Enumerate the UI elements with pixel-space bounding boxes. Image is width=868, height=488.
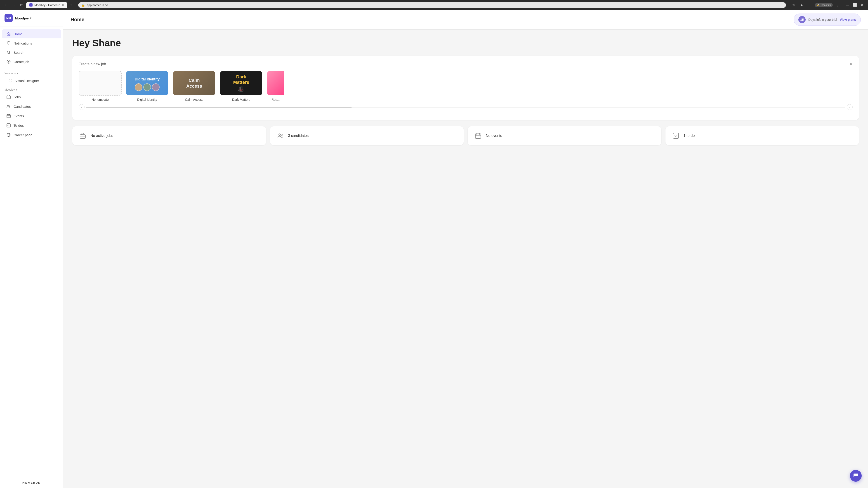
stat-card-events[interactable]: No events <box>468 126 661 145</box>
minimize-button[interactable]: — <box>844 2 851 8</box>
plus-icon: + <box>98 79 102 87</box>
browser-chrome: ← → ⟳ Moodjoy - Homerun ✕ + 🔒 app.homeru… <box>0 0 868 10</box>
candidates-label: 3 candidates <box>288 134 309 138</box>
browser-actions: ☆ ⬇ ⊡ 🕵 Incognito ⋮ <box>790 2 841 8</box>
visual-designer-icon <box>8 78 13 83</box>
sidebar-item-search-label: Search <box>13 51 24 55</box>
greeting-heading: Hey Shane <box>72 38 859 48</box>
sidebar-item-candidates-label: Candidates <box>13 105 31 108</box>
sidebar-item-visual-designer[interactable]: Visual Designer <box>2 76 61 85</box>
checkbox-icon <box>672 132 680 140</box>
template-calm-access[interactable]: CalmAccess Calm Access <box>173 71 216 101</box>
template-race[interactable]: Rac… <box>267 71 285 101</box>
sidebar-item-todos[interactable]: To-dos <box>2 121 61 130</box>
home-icon <box>6 32 11 36</box>
avatar: MM <box>4 14 13 22</box>
race-thumb <box>267 71 285 96</box>
close-window-button[interactable]: ✕ <box>859 2 865 8</box>
incognito-indicator: 🕵 Incognito <box>815 3 833 7</box>
sidebar-item-career-page[interactable]: Career page <box>2 130 61 139</box>
homerun-logo: HOMERUN <box>4 481 59 484</box>
sidebar-item-visual-designer-label: Visual Designer <box>16 79 39 83</box>
events-icon <box>6 113 11 118</box>
create-job-close-button[interactable]: × <box>847 60 855 68</box>
svg-point-4 <box>7 105 9 106</box>
svg-rect-5 <box>7 115 10 118</box>
company-chevron-icon: ▾ <box>30 17 31 20</box>
address-bar[interactable]: 🔒 app.homerun.co <box>78 2 786 8</box>
sidebar-header: MM Moodjoy ▾ <box>0 10 63 26</box>
forward-button[interactable]: → <box>10 2 17 8</box>
no-template-label: No template <box>92 98 108 101</box>
stat-card-active-jobs[interactable]: No active jobs <box>72 126 266 145</box>
company-name[interactable]: Moodjoy ▾ <box>15 16 31 20</box>
stats-row: No active jobs 3 candidates <box>72 126 859 145</box>
sidebar: MM Moodjoy ▾ Home <box>0 10 63 488</box>
maximize-button[interactable]: ⬜ <box>852 2 858 8</box>
trial-count-badge: 15 <box>798 16 806 23</box>
briefcase-icon <box>79 132 87 140</box>
sidebar-item-events-label: Events <box>13 114 24 118</box>
race-label: Rac… <box>272 98 280 101</box>
page-title: Home <box>70 17 84 23</box>
back-button[interactable]: ← <box>3 2 9 8</box>
browser-nav: ← → ⟳ <box>3 2 24 8</box>
sidebar-item-todos-label: To-dos <box>13 124 24 127</box>
scroll-right-button[interactable]: › <box>847 104 852 110</box>
create-job-icon <box>6 59 11 64</box>
trial-text: Days left in your trial <box>808 18 837 22</box>
tab-close-button[interactable]: ✕ <box>62 4 64 6</box>
chat-fab-button[interactable] <box>850 470 862 482</box>
bookmark-button[interactable]: ☆ <box>790 2 797 8</box>
notifications-icon <box>6 41 11 45</box>
sidebar-item-notifications[interactable]: Notifications <box>2 39 61 48</box>
sidebar-item-search[interactable]: Search <box>2 48 61 57</box>
app-container: MM Moodjoy ▾ Home <box>0 10 868 488</box>
sidebar-item-create-job[interactable]: Create job <box>2 57 61 66</box>
career-page-icon <box>6 133 11 137</box>
your-jobs-chevron-icon: ▾ <box>17 72 18 75</box>
stat-card-todos[interactable]: 1 to-do <box>665 126 859 145</box>
dark-matters-thumb: DarkMatters 🎩 <box>220 71 263 96</box>
events-label: No events <box>486 134 502 138</box>
svg-point-10 <box>281 134 283 135</box>
scroll-left-button[interactable]: ‹ <box>79 104 85 110</box>
digital-identity-label: Digital Identity <box>137 98 157 101</box>
sidebar-item-jobs[interactable]: Jobs <box>2 92 61 101</box>
svg-rect-12 <box>673 133 679 138</box>
calendar-icon <box>474 132 482 140</box>
browser-tabs: Moodjoy - Homerun ✕ + <box>26 2 74 8</box>
sidebar-item-career-page-label: Career page <box>13 133 32 137</box>
template-dark-matters[interactable]: DarkMatters 🎩 Dark Matters <box>220 71 263 101</box>
svg-rect-3 <box>7 96 10 99</box>
calm-access-thumb: CalmAccess <box>173 71 216 96</box>
svg-point-9 <box>279 134 281 135</box>
menu-button[interactable]: ⋮ <box>835 2 841 8</box>
create-job-card: Create a new job × + No template <box>72 56 859 120</box>
dark-matters-label: Dark Matters <box>232 98 250 101</box>
active-jobs-label: No active jobs <box>90 134 113 138</box>
tab-favicon <box>29 3 33 6</box>
main-header: Home 15 Days left in your trial View pla… <box>63 10 868 30</box>
svg-rect-8 <box>80 135 86 138</box>
sidebar-item-candidates[interactable]: Candidates <box>2 102 61 111</box>
moodjoy-section-label[interactable]: Moodjoy ▾ <box>0 86 63 92</box>
split-view-button[interactable]: ⊡ <box>807 2 813 8</box>
download-button[interactable]: ⬇ <box>799 2 805 8</box>
your-jobs-section-label[interactable]: Your jobs ▾ <box>0 69 63 76</box>
sidebar-item-jobs-label: Jobs <box>13 95 21 99</box>
template-no-template[interactable]: + No template <box>79 71 122 101</box>
view-plans-link[interactable]: View plans <box>840 18 856 22</box>
sidebar-item-home[interactable]: Home <box>2 29 61 38</box>
sidebar-item-events[interactable]: Events <box>2 111 61 121</box>
sidebar-item-notifications-label: Notifications <box>13 41 32 45</box>
people-icon <box>276 132 285 140</box>
reload-button[interactable]: ⟳ <box>18 2 24 8</box>
template-digital-identity[interactable]: Digital Identity Digital Identity <box>126 71 168 101</box>
digital-identity-thumb: Digital Identity <box>126 71 168 96</box>
active-tab[interactable]: Moodjoy - Homerun ✕ <box>26 2 67 8</box>
stat-card-candidates[interactable]: 3 candidates <box>270 126 464 145</box>
create-job-card-title: Create a new job <box>79 62 852 66</box>
todos-icon <box>6 123 11 128</box>
new-tab-button[interactable]: + <box>68 2 74 8</box>
